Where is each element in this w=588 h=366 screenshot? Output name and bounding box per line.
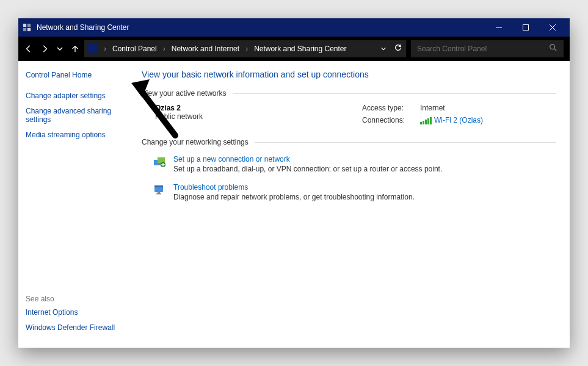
svg-line-9 <box>554 49 557 51</box>
see-also-firewall[interactable]: Windows Defender Firewall <box>26 323 121 332</box>
up-button[interactable] <box>71 45 79 53</box>
chevron-right-icon: › <box>161 45 168 53</box>
main-panel: View your basic network information and … <box>128 61 570 348</box>
network-type: Public network <box>155 112 203 121</box>
action-troubleshoot: Troubleshoot problems Diagnose and repai… <box>142 181 556 209</box>
sidebar: Control Panel Home Change adapter settin… <box>18 61 128 348</box>
breadcrumb-icon <box>88 44 98 54</box>
svg-rect-1 <box>27 24 31 27</box>
search-box[interactable] <box>411 40 564 57</box>
connection-link[interactable]: Wi-Fi 2 (Ozias) <box>420 116 483 124</box>
setup-connection-desc: Set up a broadband, dial-up, or VPN conn… <box>173 165 442 173</box>
troubleshoot-desc: Diagnose and repair network problems, or… <box>173 193 415 201</box>
wifi-signal-icon <box>420 117 432 124</box>
active-network: Ozias 2 Public network Access type: Inte… <box>142 104 556 124</box>
setup-connection-link[interactable]: Set up a new connection or network <box>173 155 290 163</box>
maximize-button[interactable] <box>512 18 539 37</box>
sidebar-link-media[interactable]: Media streaming options <box>26 131 121 139</box>
active-networks-label: View your active networks <box>142 89 556 98</box>
svg-rect-2 <box>23 28 26 31</box>
connections-label: Connections: <box>362 116 408 124</box>
control-panel-home-link[interactable]: Control Panel Home <box>26 71 121 79</box>
address-dropdown[interactable] <box>380 43 387 54</box>
access-type-label: Access type: <box>362 104 408 112</box>
address-bar[interactable]: › Control Panel › Network and Internet ›… <box>84 40 406 57</box>
forward-button[interactable] <box>40 45 49 53</box>
change-settings-label: Change your networking settings <box>142 138 556 146</box>
svg-rect-11 <box>158 157 165 163</box>
svg-rect-14 <box>154 185 163 187</box>
new-connection-icon <box>153 155 166 168</box>
content: Control Panel Home Change adapter settin… <box>18 61 570 348</box>
titlebar: Network and Sharing Center <box>18 18 570 37</box>
chevron-right-icon: › <box>101 45 109 53</box>
see-also-header: See also <box>26 295 121 303</box>
back-button[interactable] <box>24 45 33 53</box>
refresh-button[interactable] <box>394 43 402 54</box>
see-also-internet-options[interactable]: Internet Options <box>26 308 121 317</box>
svg-rect-15 <box>158 192 160 193</box>
network-name: Ozias 2 <box>155 104 203 112</box>
app-icon <box>22 23 32 32</box>
troubleshoot-link[interactable]: Troubleshoot problems <box>173 183 248 192</box>
nav-row: › Control Panel › Network and Internet ›… <box>18 37 570 61</box>
minimize-button[interactable] <box>485 18 512 37</box>
action-setup-connection: Set up a new connection or network Set u… <box>142 152 556 181</box>
breadcrumb-mid[interactable]: Network and Internet <box>172 45 239 53</box>
svg-rect-3 <box>27 28 31 31</box>
page-heading: View your basic network information and … <box>142 70 556 79</box>
svg-rect-5 <box>523 25 529 30</box>
recent-dropdown[interactable] <box>56 45 64 52</box>
chevron-right-icon: › <box>243 45 250 53</box>
access-type-value: Internet <box>420 104 445 112</box>
svg-point-8 <box>550 45 555 49</box>
breadcrumb-leaf[interactable]: Network and Sharing Center <box>254 45 346 53</box>
close-button[interactable] <box>539 18 566 37</box>
breadcrumb-root[interactable]: Control Panel <box>112 45 157 53</box>
svg-rect-16 <box>156 193 161 195</box>
search-input[interactable] <box>417 45 549 53</box>
window: Network and Sharing Center › Control Pan… <box>18 18 570 348</box>
svg-rect-0 <box>23 24 26 27</box>
troubleshoot-icon <box>153 183 166 196</box>
sidebar-link-sharing[interactable]: Change advanced sharing settings <box>26 107 121 124</box>
sidebar-link-adapter[interactable]: Change adapter settings <box>26 92 121 100</box>
window-title: Network and Sharing Center <box>37 23 485 32</box>
search-icon[interactable] <box>549 43 557 54</box>
